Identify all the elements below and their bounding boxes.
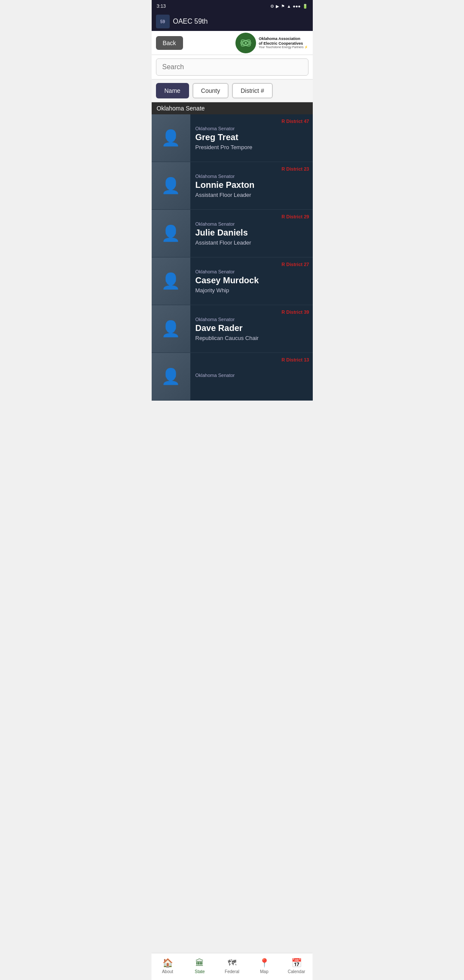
legislator-info: R District 47Oklahoma SenatorGreg TreatP… bbox=[190, 114, 313, 162]
search-input[interactable] bbox=[156, 58, 308, 76]
app-title: OAEC 59th bbox=[173, 18, 208, 25]
legislator-role: Majority Whip bbox=[195, 287, 308, 294]
logo-area: Oklahoma Associationof Electric Cooperat… bbox=[235, 33, 308, 53]
federal-icon: 🗺 bbox=[228, 958, 236, 968]
settings-icon: ⚙ bbox=[270, 4, 274, 9]
legislator-photo: 👤 bbox=[152, 162, 190, 209]
tab-name[interactable]: Name bbox=[156, 83, 189, 98]
search-container bbox=[152, 55, 313, 80]
nav-item-map[interactable]: 📍Map bbox=[248, 956, 281, 976]
legislator-item[interactable]: 👤R District 39Oklahoma SenatorDave Rader… bbox=[152, 305, 313, 353]
flag-icon: ⚑ bbox=[281, 4, 285, 9]
legislator-item[interactable]: 👤R District 13Oklahoma Senator bbox=[152, 353, 313, 401]
district-badge: R District 39 bbox=[281, 309, 309, 315]
district-badge: R District 29 bbox=[281, 214, 309, 219]
legislator-role: President Pro Tempore bbox=[195, 144, 308, 150]
legislator-item[interactable]: 👤R District 27Oklahoma SenatorCasey Murd… bbox=[152, 257, 313, 305]
nav-label-state: State bbox=[195, 969, 205, 974]
signal-icon: ●●● bbox=[293, 4, 300, 9]
nav-item-about[interactable]: 🏠About bbox=[152, 956, 184, 976]
legislator-info: R District 23Oklahoma SenatorLonnie Paxt… bbox=[190, 162, 313, 209]
calendar-icon: 📅 bbox=[291, 958, 302, 968]
about-icon: 🏠 bbox=[162, 958, 173, 968]
legislator-item[interactable]: 👤R District 23Oklahoma SenatorLonnie Pax… bbox=[152, 162, 313, 210]
legislator-info: R District 29Oklahoma SenatorJulie Danie… bbox=[190, 210, 313, 257]
legislator-title: Oklahoma Senator bbox=[195, 317, 308, 322]
legislators-list: 👤R District 47Oklahoma SenatorGreg Treat… bbox=[152, 114, 313, 401]
filter-tabs: Name County District # bbox=[152, 80, 313, 102]
legislator-photo: 👤 bbox=[152, 114, 190, 162]
battery-icon: 🔋 bbox=[302, 4, 308, 9]
nav-item-federal[interactable]: 🗺Federal bbox=[216, 956, 248, 976]
legislator-photo: 👤 bbox=[152, 353, 190, 400]
legislator-photo: 👤 bbox=[152, 305, 190, 352]
legislator-role: Assistant Floor Leader bbox=[195, 239, 308, 246]
legislator-photo: 👤 bbox=[152, 257, 190, 305]
district-badge: R District 47 bbox=[281, 119, 309, 124]
legislator-title: Oklahoma Senator bbox=[195, 221, 308, 227]
state-icon: 🏛 bbox=[195, 958, 204, 968]
section-header-senate: Oklahoma Senate bbox=[152, 102, 313, 114]
legislator-title: Oklahoma Senator bbox=[195, 269, 308, 274]
district-badge: R District 13 bbox=[281, 357, 309, 362]
legislator-role: Assistant Floor Leader bbox=[195, 192, 308, 198]
legislator-info: R District 39Oklahoma SenatorDave RaderR… bbox=[190, 305, 313, 352]
legislator-title: Oklahoma Senator bbox=[195, 174, 308, 179]
top-bar: Back Oklahoma Associationof Electric Coo… bbox=[152, 31, 313, 55]
legislator-info: R District 13Oklahoma Senator bbox=[190, 353, 313, 400]
legislator-name: Casey Murdock bbox=[195, 275, 308, 285]
status-bar: 3:13 ⚙ ▶ ⚑ ▲ ●●● 🔋 bbox=[152, 0, 313, 12]
status-time: 3:13 bbox=[157, 3, 166, 9]
wifi-icon: ▲ bbox=[287, 4, 291, 9]
legislator-info: R District 27Oklahoma SenatorCasey Murdo… bbox=[190, 257, 313, 305]
legislator-title: Oklahoma Senator bbox=[195, 373, 308, 378]
legislator-role: Republican Caucus Chair bbox=[195, 335, 308, 341]
legislator-title: Oklahoma Senator bbox=[195, 126, 308, 131]
status-icons: ⚙ ▶ ⚑ ▲ ●●● 🔋 bbox=[270, 4, 307, 9]
svg-point-4 bbox=[245, 42, 247, 44]
oaec-logo bbox=[235, 33, 256, 53]
legislator-item[interactable]: 👤R District 47Oklahoma SenatorGreg Treat… bbox=[152, 114, 313, 162]
nav-label-calendar: Calendar bbox=[288, 969, 305, 974]
nav-item-state[interactable]: 🏛State bbox=[184, 956, 216, 976]
back-button[interactable]: Back bbox=[156, 36, 183, 50]
tab-district[interactable]: District # bbox=[232, 83, 272, 98]
legislator-name: Julie Daniels bbox=[195, 227, 308, 238]
app-header: 59 OAEC 59th bbox=[152, 12, 313, 31]
app-icon: 59 bbox=[156, 15, 170, 28]
tab-county[interactable]: County bbox=[192, 83, 229, 98]
map-icon: 📍 bbox=[259, 958, 270, 968]
legislator-photo: 👤 bbox=[152, 210, 190, 257]
nav-label-federal: Federal bbox=[225, 969, 239, 974]
district-badge: R District 27 bbox=[281, 262, 309, 267]
legislator-item[interactable]: 👤R District 29Oklahoma SenatorJulie Dani… bbox=[152, 210, 313, 257]
legislator-name: Greg Treat bbox=[195, 132, 308, 142]
legislator-name: Dave Rader bbox=[195, 323, 308, 333]
bottom-nav: 🏠About🏛State🗺Federal📍Map📅Calendar bbox=[152, 953, 313, 980]
nav-label-about: About bbox=[162, 969, 173, 974]
logo-text: Oklahoma Associationof Electric Cooperat… bbox=[259, 37, 308, 49]
district-badge: R District 23 bbox=[281, 166, 309, 172]
legislator-name: Lonnie Paxton bbox=[195, 180, 308, 190]
nav-label-map: Map bbox=[260, 969, 268, 974]
nav-item-calendar[interactable]: 📅Calendar bbox=[281, 956, 313, 976]
play-icon: ▶ bbox=[276, 4, 279, 9]
